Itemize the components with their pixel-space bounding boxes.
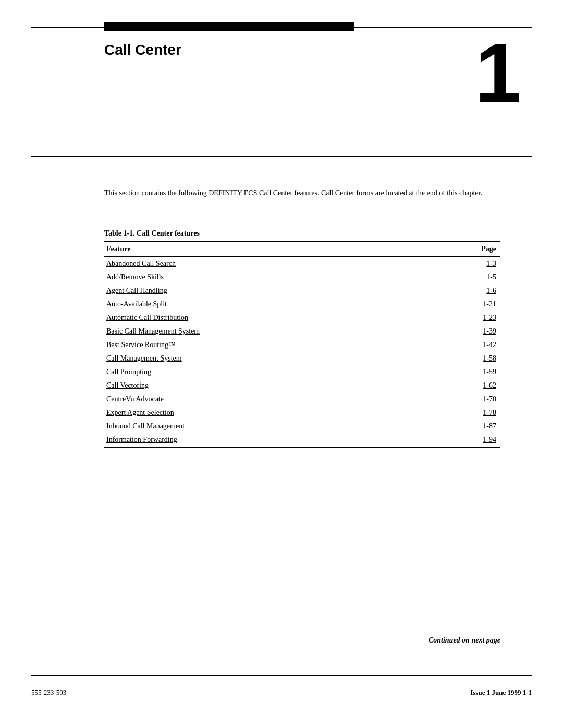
page-link[interactable]: 1-6 <box>486 287 496 294</box>
table-row: Call Vectoring1-62 <box>104 379 500 392</box>
feature-link[interactable]: Expert Agent Selection <box>106 409 174 416</box>
feature-name-cell[interactable]: Call Vectoring <box>104 379 430 392</box>
table-row: Automatic Call Distribution1-23 <box>104 311 500 325</box>
page-link[interactable]: 1-62 <box>483 381 496 389</box>
feature-link[interactable]: Auto-Available Split <box>106 300 167 308</box>
table-caption: Table 1-1. Call Center features <box>104 229 500 241</box>
table-row: Abandoned Call Search1-3 <box>104 257 500 271</box>
page-num-cell[interactable]: 1-6 <box>430 284 500 298</box>
features-table: Feature Page Abandoned Call Search1-3Add… <box>104 241 500 448</box>
feature-link[interactable]: Basic Call Management System <box>106 327 200 335</box>
feature-name-cell[interactable]: Call Management System <box>104 352 430 365</box>
column-header-feature: Feature <box>104 241 430 257</box>
feature-name-cell[interactable]: Abandoned Call Search <box>104 257 430 271</box>
table-row: Best Service Routing™1-42 <box>104 338 500 352</box>
page-num-cell[interactable]: 1-78 <box>430 406 500 419</box>
feature-name-cell[interactable]: Expert Agent Selection <box>104 406 430 419</box>
page-link[interactable]: 1-39 <box>483 327 496 335</box>
table-row: Add/Remove Skills1-5 <box>104 270 500 284</box>
feature-name-cell[interactable]: Call Prompting <box>104 365 430 379</box>
feature-name-cell[interactable]: Basic Call Management System <box>104 325 430 338</box>
footer-issue: Issue 1 June 1999 1-1 <box>470 688 532 697</box>
top-rule <box>31 27 532 28</box>
page-link[interactable]: 1-87 <box>483 422 496 430</box>
table-row: Call Management System1-58 <box>104 352 500 365</box>
feature-link[interactable]: CentreVu Advocate <box>106 395 164 403</box>
feature-name-cell[interactable]: Auto-Available Split <box>104 298 430 311</box>
page-num-cell[interactable]: 1-59 <box>430 365 500 379</box>
table-header-row: Feature Page <box>104 241 500 257</box>
feature-link[interactable]: Call Management System <box>106 354 182 362</box>
page-link[interactable]: 1-70 <box>483 395 496 403</box>
feature-link[interactable]: Agent Call Handling <box>106 287 167 294</box>
feature-link[interactable]: Add/Remove Skills <box>106 273 164 281</box>
page-num-cell[interactable]: 1-23 <box>430 311 500 325</box>
table-row: Expert Agent Selection1-78 <box>104 406 500 419</box>
page-num-cell[interactable]: 1-87 <box>430 419 500 433</box>
page-link[interactable]: 1-5 <box>486 273 496 281</box>
page-link[interactable]: 1-94 <box>483 436 496 443</box>
table-row: Basic Call Management System1-39 <box>104 325 500 338</box>
feature-name-cell[interactable]: CentreVu Advocate <box>104 392 430 406</box>
chapter-title: Call Center <box>104 42 181 58</box>
column-header-page: Page <box>430 241 500 257</box>
table-row: Information Forwarding1-94 <box>104 433 500 447</box>
page-link[interactable]: 1-42 <box>483 341 496 349</box>
feature-name-cell[interactable]: Automatic Call Distribution <box>104 311 430 325</box>
page-num-cell[interactable]: 1-70 <box>430 392 500 406</box>
feature-name-cell[interactable]: Best Service Routing™ <box>104 338 430 352</box>
feature-name-cell[interactable]: Inbound Call Management <box>104 419 430 433</box>
top-bar-decoration <box>104 22 354 31</box>
page-link[interactable]: 1-21 <box>483 300 496 308</box>
page-num-cell[interactable]: 1-94 <box>430 433 500 447</box>
continued-text: Continued on next page <box>429 636 500 645</box>
page-link[interactable]: 1-59 <box>483 368 496 376</box>
feature-name-cell[interactable]: Agent Call Handling <box>104 284 430 298</box>
feature-link[interactable]: Call Prompting <box>106 368 151 376</box>
page-num-cell[interactable]: 1-39 <box>430 325 500 338</box>
feature-link[interactable]: Abandoned Call Search <box>106 260 176 267</box>
page-link[interactable]: 1-3 <box>486 260 496 267</box>
table-row: CentreVu Advocate1-70 <box>104 392 500 406</box>
feature-link[interactable]: Automatic Call Distribution <box>106 314 188 322</box>
page-num-cell[interactable]: 1-3 <box>430 257 500 271</box>
footer: 555-233-503 Issue 1 June 1999 1-1 <box>31 688 532 697</box>
feature-link[interactable]: Best Service Routing™ <box>106 341 176 349</box>
page-link[interactable]: 1-58 <box>483 354 496 362</box>
feature-name-cell[interactable]: Add/Remove Skills <box>104 270 430 284</box>
feature-name-cell[interactable]: Information Forwarding <box>104 433 430 447</box>
feature-link[interactable]: Call Vectoring <box>106 381 149 389</box>
feature-link[interactable]: Inbound Call Management <box>106 422 185 430</box>
page-link[interactable]: 1-78 <box>483 409 496 416</box>
chapter-number: 1 <box>475 31 521 115</box>
footer-doc-number: 555-233-503 <box>31 688 66 697</box>
table-row: Inbound Call Management1-87 <box>104 419 500 433</box>
intro-text: This section contains the following DEFI… <box>104 188 500 199</box>
table-row: Auto-Available Split1-21 <box>104 298 500 311</box>
table-row: Call Prompting1-59 <box>104 365 500 379</box>
page-link[interactable]: 1-23 <box>483 314 496 322</box>
page-num-cell[interactable]: 1-58 <box>430 352 500 365</box>
page-container: Call Center 1 This section contains the … <box>0 0 563 728</box>
page-num-cell[interactable]: 1-21 <box>430 298 500 311</box>
bottom-rule <box>31 675 532 676</box>
page-num-cell[interactable]: 1-42 <box>430 338 500 352</box>
table-row: Agent Call Handling1-6 <box>104 284 500 298</box>
page-num-cell[interactable]: 1-62 <box>430 379 500 392</box>
table-section: Table 1-1. Call Center features Feature … <box>104 229 500 448</box>
page-num-cell[interactable]: 1-5 <box>430 270 500 284</box>
middle-rule <box>31 156 532 157</box>
feature-link[interactable]: Information Forwarding <box>106 436 177 443</box>
